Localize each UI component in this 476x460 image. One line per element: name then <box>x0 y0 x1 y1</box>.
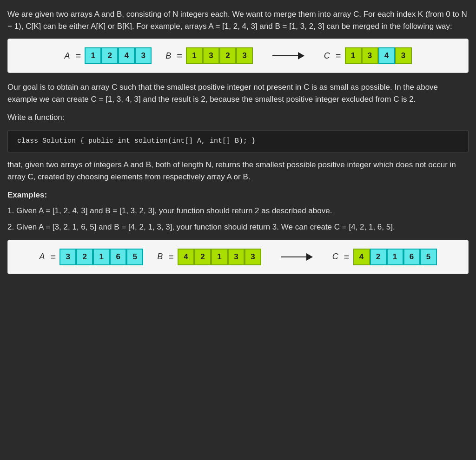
diagram1-c-cells: 1 3 4 3 <box>345 47 412 64</box>
diagram1-c-cell-3: 3 <box>395 47 412 64</box>
diagram2-a-cell-3: 6 <box>110 249 126 265</box>
diagram1-c-cell-0: 1 <box>345 47 362 64</box>
diagram2-c-cell-1: 2 <box>370 249 387 265</box>
diagram1-a-cell-2: 4 <box>118 47 135 64</box>
diagram1-arrow-head <box>298 52 304 59</box>
intro-text: We are given two arrays A and B, consist… <box>7 8 469 32</box>
diagram1-array-a: A = 1 2 4 3 <box>64 47 152 64</box>
diagram2-b-cell-0: 4 <box>178 249 194 265</box>
diagram2-c-cell-3: 6 <box>403 249 420 265</box>
diagram2-array-b: B = 4 2 1 3 3 <box>157 249 261 265</box>
diagram1-b-cell-0: 1 <box>186 47 203 64</box>
diagram2-a-cells: 3 2 1 6 5 <box>60 249 143 265</box>
diagram2-c-cells: 4 2 1 6 5 <box>353 249 437 265</box>
diagram2-arrow-head <box>306 253 313 261</box>
diagram1-a-cell-3: 3 <box>135 47 152 64</box>
diagram2-b-cell-4: 3 <box>245 249 261 265</box>
diagram1-c-cell-2: 4 <box>378 47 395 64</box>
diagram2-c-cell-0: 4 <box>353 249 370 265</box>
diagram1-arrow <box>272 52 304 59</box>
diagram1-array-c: C = 1 3 4 3 <box>324 47 412 64</box>
diagram1-c-cell-1: 3 <box>362 47 378 64</box>
diagram2-b-equals: = <box>168 250 174 264</box>
diagram1-b-cell-1: 3 <box>203 47 219 64</box>
diagram2-array-a: A = 3 2 1 6 5 <box>39 249 143 265</box>
diagram2-c-cell-4: 5 <box>420 249 437 265</box>
diagram1-a-equals: = <box>75 49 81 63</box>
diagram1-a-cell-0: 1 <box>85 47 101 64</box>
diagram1-a-cell-1: 2 <box>101 47 118 64</box>
diagram1-a-label: A <box>64 50 70 62</box>
write-function-text: Write a function: <box>7 112 469 124</box>
goal-text: Our goal is to obtain an array C such th… <box>7 81 469 105</box>
diagram1-a-cells: 1 2 4 3 <box>85 47 152 64</box>
diagram1-b-cell-2: 2 <box>219 47 236 64</box>
diagram2-a-cell-4: 5 <box>126 249 143 265</box>
diagram2-a-equals: = <box>50 250 56 264</box>
diagram2-b-cell-3: 3 <box>228 249 245 265</box>
examples-header: Examples: <box>7 189 469 201</box>
diagram1: A = 1 2 4 3 B = 1 3 2 3 C = 1 3 4 3 <box>7 39 469 73</box>
diagram2-a-cell-0: 3 <box>60 249 76 265</box>
example1-text: 1. Given A = [1, 2, 4, 3] and B = [1, 3,… <box>7 205 469 217</box>
diagram2-a-label: A <box>39 250 45 263</box>
diagram2-a-cell-2: 1 <box>93 249 110 265</box>
diagram1-c-equals: = <box>336 49 341 63</box>
diagram2-array-c: C = 4 2 1 6 5 <box>332 249 437 265</box>
diagram2-b-cell-1: 2 <box>194 249 211 265</box>
diagram1-arrow-line <box>272 55 298 56</box>
diagram2: A = 3 2 1 6 5 B = 4 2 1 3 3 C = 4 2 1 6 <box>7 240 469 274</box>
diagram2-arrow-line <box>281 256 306 257</box>
diagram2-c-equals: = <box>344 250 350 264</box>
diagram2-b-cells: 4 2 1 3 3 <box>178 249 261 265</box>
diagram2-b-label: B <box>157 250 163 263</box>
diagram1-b-cell-3: 3 <box>236 47 253 64</box>
diagram2-b-cell-2: 1 <box>211 249 228 265</box>
description-text: that, given two arrays of integers A and… <box>7 159 469 183</box>
diagram1-array-b: B = 1 3 2 3 <box>165 47 253 64</box>
diagram2-a-cell-1: 2 <box>76 249 93 265</box>
code-block: class Solution { public int solution(int… <box>7 130 469 153</box>
diagram1-b-equals: = <box>177 49 182 63</box>
diagram1-c-label: C <box>324 50 330 62</box>
diagram1-b-cells: 1 3 2 3 <box>186 47 253 64</box>
diagram2-arrow <box>281 253 313 261</box>
example2-text: 2. Given A = [3, 2, 1, 6, 5] and B = [4,… <box>7 221 469 233</box>
diagram2-c-label: C <box>332 250 338 263</box>
diagram1-b-label: B <box>165 50 171 62</box>
diagram2-c-cell-2: 1 <box>387 249 403 265</box>
